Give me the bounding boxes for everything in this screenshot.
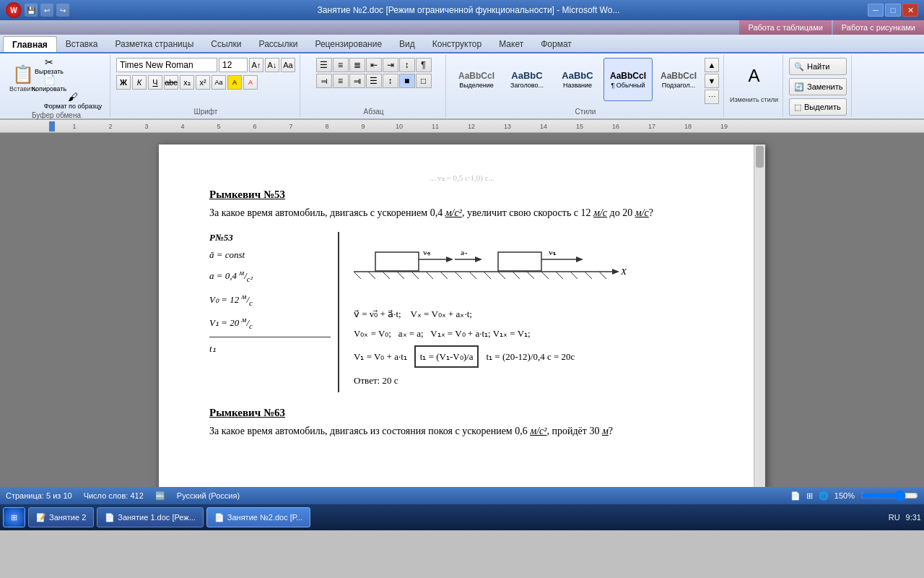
decrease-indent-btn[interactable]: ⇤ <box>366 58 382 72</box>
taskbar-item-1[interactable]: 📝 Занятие 2 <box>28 507 94 527</box>
font-size-input[interactable] <box>219 58 248 72</box>
style-heading-label: Заголово... <box>510 82 544 89</box>
solution-work: X <box>354 232 715 392</box>
undo-quick-btn[interactable]: ↩ <box>40 4 53 17</box>
svg-rect-30 <box>498 252 541 271</box>
number-list-btn[interactable]: ≡ <box>333 58 349 72</box>
styles-more-btn[interactable]: ⋯ <box>705 90 719 104</box>
language: Русский (Россия) <box>177 491 240 500</box>
style-normal-label: ¶ Обычный <box>611 82 645 89</box>
change-styles-btn[interactable]: A <box>736 58 772 94</box>
subscript-btn[interactable]: x₂ <box>180 75 194 90</box>
tab-mailings[interactable]: Рассылки <box>250 36 307 52</box>
shading-btn[interactable]: ■ <box>399 74 415 88</box>
tab-layout[interactable]: Макет <box>490 36 532 52</box>
underline-btn[interactable]: Ч <box>148 75 162 90</box>
strikethrough-btn[interactable]: abc <box>164 75 178 90</box>
styles-scroll-down-btn[interactable]: ▼ <box>705 74 719 88</box>
contextual-tab-tables[interactable]: Работа с таблицами <box>739 20 831 35</box>
sort-btn[interactable]: ↕ <box>399 58 415 72</box>
save-quick-btn[interactable]: 💾 <box>25 4 38 17</box>
word-count: Число слов: 412 <box>84 491 144 500</box>
find-button[interactable]: 🔍 Найти <box>789 58 847 75</box>
office-button[interactable]: W <box>6 2 22 18</box>
style-subtitle[interactable]: AaBbCcI Подзагол... <box>654 58 703 101</box>
font-color-btn[interactable]: A <box>243 75 258 90</box>
highlight-btn[interactable]: A <box>227 75 242 90</box>
style-highlight[interactable]: AaBbCcI Выделение <box>452 58 501 101</box>
italic-btn[interactable]: К <box>132 75 147 90</box>
redo-quick-btn[interactable]: ↪ <box>56 4 69 17</box>
zoom-level: 150% <box>834 491 855 500</box>
style-normal[interactable]: AaBbCcI ¶ Обычный <box>603 58 653 101</box>
scrollbar-thumb[interactable] <box>756 146 764 168</box>
view-normal-btn[interactable]: 📄 <box>790 491 801 501</box>
replace-button[interactable]: 🔄 Заменить <box>789 78 847 95</box>
style-title-label: Название <box>563 82 592 89</box>
prev-page-remnant: ... v₂ = 0,5 с·1,0) с... <box>209 173 715 183</box>
align-center-btn[interactable]: ≡ <box>333 74 349 88</box>
superscript-btn[interactable]: x² <box>196 75 210 90</box>
styles-scroll-controls: ▲ ▼ ⋯ <box>705 58 719 104</box>
solution-equations: v⃗ = v₀⃗ + a⃗·t; Vₓ = V₀ₓ + aₓ·t; V₀ₓ = … <box>354 306 715 389</box>
copy-button[interactable]: 📄 Копировать <box>40 75 58 91</box>
svg-text:a: a <box>461 248 464 256</box>
styles-scroll-up-btn[interactable]: ▲ <box>705 58 719 72</box>
border-btn[interactable]: □ <box>416 74 432 88</box>
tab-insert[interactable]: Вставка <box>57 36 107 52</box>
document-area: ... v₂ = 0,5 с·1,0) с... Рымкевич №53 За… <box>0 133 924 487</box>
style-title[interactable]: AaBbC Название <box>553 58 602 101</box>
tab-format[interactable]: Формат <box>532 36 580 52</box>
title-bar: W 💾 ↩ ↪ Занятие №2.doc [Режим ограниченн… <box>0 0 924 20</box>
vertical-scrollbar[interactable] <box>754 144 765 487</box>
bullet-list-btn[interactable]: ☰ <box>316 58 332 72</box>
multilevel-list-btn[interactable]: ≣ <box>349 58 365 72</box>
problem2-title: Рымкевич №63 <box>209 407 715 419</box>
tab-references[interactable]: Ссылки <box>202 36 250 52</box>
minimize-button[interactable]: ─ <box>868 4 884 17</box>
spell-check-icon[interactable]: 🔤 <box>155 491 165 501</box>
select-button[interactable]: ⬚ Выделить <box>789 98 847 116</box>
zoom-slider[interactable] <box>860 490 918 501</box>
clear-format-btn[interactable]: Aa <box>281 58 295 72</box>
svg-line-3 <box>354 272 361 279</box>
increase-font-btn[interactable]: A↑ <box>249 58 263 72</box>
tab-review[interactable]: Рецензирование <box>306 36 391 52</box>
show-marks-btn[interactable]: ¶ <box>416 58 432 72</box>
tab-page-layout[interactable]: Разметка страницы <box>106 36 202 52</box>
taskbar-item-3[interactable]: 📄 Занятие №2.doc [Р... <box>206 507 310 527</box>
view-web-btn[interactable]: 🌐 <box>819 491 829 501</box>
text-color-btn[interactable]: Aa <box>212 75 226 90</box>
start-button[interactable]: ⊞ <box>3 507 25 527</box>
line-spacing-btn[interactable]: ↕ <box>383 74 398 88</box>
task2-icon: 📄 <box>105 513 115 522</box>
bold-btn[interactable]: Ж <box>116 75 131 90</box>
close-button[interactable]: ✕ <box>902 4 918 17</box>
decrease-font-btn[interactable]: A↓ <box>265 58 279 72</box>
svg-line-5 <box>383 272 390 279</box>
format-painter-button[interactable]: 🖌 Формат по образцу <box>40 92 105 108</box>
maximize-button[interactable]: □ <box>885 4 901 17</box>
contextual-tab-drawing[interactable]: Работа с рисунками <box>833 20 924 35</box>
align-left-btn[interactable]: ⫤ <box>316 74 332 88</box>
cut-button[interactable]: ✂ Вырезать <box>40 58 58 74</box>
paragraph-group: ☰ ≡ ≣ ⇤ ⇥ ↕ ¶ ⫤ ≡ ⫥ ☰ ↕ ■ □ Абзац <box>302 55 446 117</box>
tab-constructor[interactable]: Конструктор <box>424 36 490 52</box>
align-right-btn[interactable]: ⫥ <box>349 74 365 88</box>
view-layout-btn[interactable]: ⊞ <box>806 491 813 501</box>
tab-view[interactable]: Вид <box>391 36 424 52</box>
tab-home[interactable]: Главная <box>3 36 57 52</box>
svg-line-11 <box>469 272 476 279</box>
taskbar-item-2[interactable]: 📄 Занятие 1.doc [Реж... <box>97 507 204 527</box>
title-bar-controls: ─ □ ✕ <box>868 4 918 17</box>
list-buttons-row: ☰ ≡ ≣ ⇤ ⇥ ↕ ¶ <box>316 58 432 72</box>
style-normal-preview: AaBbCcI <box>610 71 646 81</box>
font-name-input[interactable] <box>116 58 217 72</box>
task3-icon: 📄 <box>214 513 225 522</box>
svg-text:v₁: v₁ <box>549 248 556 256</box>
justify-btn[interactable]: ☰ <box>366 74 382 88</box>
style-highlight-label: Выделение <box>459 82 494 89</box>
style-heading[interactable]: AaBbC Заголово... <box>502 58 552 101</box>
svg-rect-21 <box>375 252 419 271</box>
increase-indent-btn[interactable]: ⇥ <box>383 58 398 72</box>
